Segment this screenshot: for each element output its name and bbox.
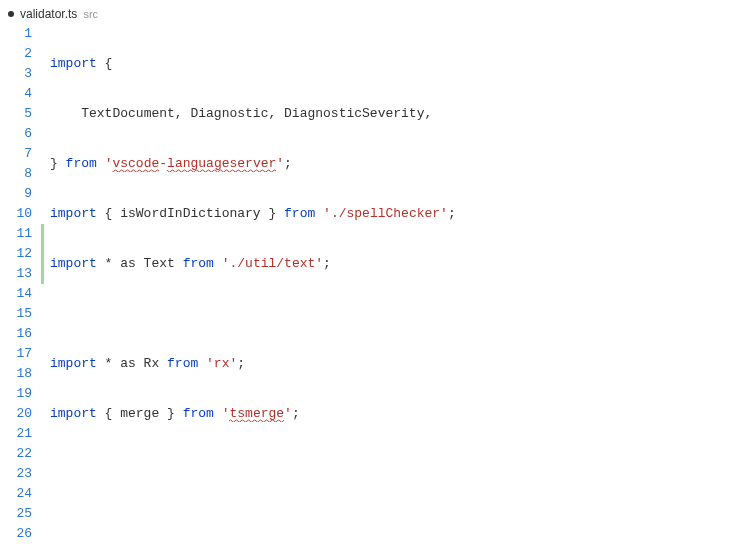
space	[315, 206, 323, 221]
line-number: 14	[0, 284, 32, 304]
string-word: vscode	[112, 156, 159, 172]
semicolon: ;	[292, 406, 300, 421]
line-number: 19	[0, 384, 32, 404]
code-line[interactable]	[50, 304, 736, 324]
line-number: 12	[0, 244, 32, 264]
line-number: 1	[0, 24, 32, 44]
brace: {	[97, 56, 113, 71]
string-literal: './spellChecker'	[323, 206, 448, 221]
line-number: 15	[0, 304, 32, 324]
keyword: from	[167, 356, 198, 371]
string-literal: 'rx'	[206, 356, 237, 371]
string-literal: './util/text'	[222, 256, 323, 271]
code-line[interactable]: TextDocument, Diagnostic, DiagnosticSeve…	[50, 104, 736, 124]
line-number: 22	[0, 444, 32, 464]
keyword: from	[66, 156, 97, 171]
code-line[interactable]: import * as Rx from 'rx';	[50, 354, 736, 374]
indent	[50, 106, 81, 121]
string-literal: '	[276, 156, 284, 171]
code-line[interactable]: import { merge } from 'tsmerge';	[50, 404, 736, 424]
keyword: import	[50, 206, 97, 221]
import-names: * as Text	[97, 256, 183, 271]
code-line[interactable]: import * as Text from './util/text';	[50, 254, 736, 274]
line-number: 4	[0, 84, 32, 104]
code-line[interactable]: } from 'vscode-languageserver';	[50, 154, 736, 174]
line-number: 6	[0, 124, 32, 144]
line-number: 11	[0, 224, 32, 244]
line-number: 13	[0, 264, 32, 284]
line-number: 25	[0, 504, 32, 524]
keyword: import	[50, 406, 97, 421]
code-line[interactable]	[50, 504, 736, 524]
semicolon: ;	[323, 256, 331, 271]
semicolon: ;	[284, 156, 292, 171]
import-names: { merge }	[97, 406, 183, 421]
line-number: 10	[0, 204, 32, 224]
modified-dot-icon	[8, 11, 14, 17]
line-number: 7	[0, 144, 32, 164]
space	[97, 156, 105, 171]
line-number: 2	[0, 44, 32, 64]
line-number: 16	[0, 324, 32, 344]
diff-add-marker-icon	[41, 224, 44, 244]
diff-add-marker-icon	[41, 264, 44, 284]
string-word: tsmerge	[229, 406, 284, 422]
line-number: 17	[0, 344, 32, 364]
line-number: 23	[0, 464, 32, 484]
code-editor[interactable]: 1 2 3 4 5 6 7 8 9 10 11 12 13 14 15 16 1…	[0, 24, 736, 547]
tab-path-hint: src	[83, 8, 98, 20]
space	[198, 356, 206, 371]
keyword: from	[183, 406, 214, 421]
import-names: * as Rx	[97, 356, 167, 371]
line-number: 9	[0, 184, 32, 204]
space	[214, 406, 222, 421]
diff-add-marker-icon	[41, 244, 44, 264]
string-close: '	[284, 406, 292, 421]
keyword: import	[50, 56, 97, 71]
line-number: 8	[0, 164, 32, 184]
keyword: from	[183, 256, 214, 271]
semicolon: ;	[237, 356, 245, 371]
identifier-list: TextDocument, Diagnostic, DiagnosticSeve…	[81, 106, 432, 121]
tab-bar: validator.ts src	[0, 0, 736, 24]
semicolon: ;	[448, 206, 456, 221]
line-number: 20	[0, 404, 32, 424]
code-line[interactable]: import {	[50, 54, 736, 74]
keyword: import	[50, 356, 97, 371]
line-number: 26	[0, 524, 32, 544]
code-line[interactable]	[50, 454, 736, 474]
string-dash: -	[159, 156, 167, 171]
line-number-gutter: 1 2 3 4 5 6 7 8 9 10 11 12 13 14 15 16 1…	[0, 24, 40, 547]
line-number: 18	[0, 364, 32, 384]
tab-filename[interactable]: validator.ts	[20, 7, 77, 21]
keyword: import	[50, 256, 97, 271]
line-number: 21	[0, 424, 32, 444]
import-names: { isWordInDictionary }	[97, 206, 284, 221]
code-area[interactable]: import { TextDocument, Diagnostic, Diagn…	[46, 24, 736, 547]
string-word: languageserver	[167, 156, 276, 172]
line-number: 5	[0, 104, 32, 124]
keyword: from	[284, 206, 315, 221]
brace: }	[50, 156, 66, 171]
code-line[interactable]: import { isWordInDictionary } from './sp…	[50, 204, 736, 224]
line-number: 3	[0, 64, 32, 84]
line-number: 24	[0, 484, 32, 504]
space	[214, 256, 222, 271]
